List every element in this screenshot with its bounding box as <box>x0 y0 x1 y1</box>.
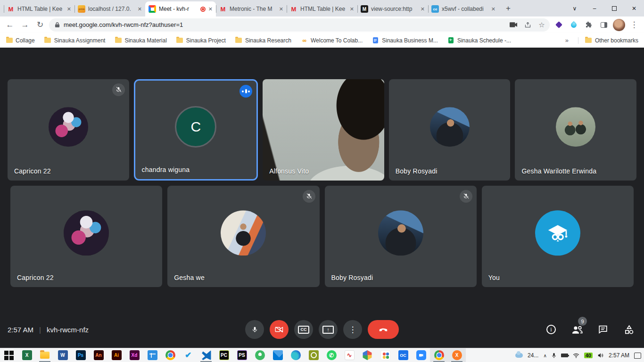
browser-tab[interactable]: Metronic - The M ✕ <box>216 1 287 16</box>
captions-button[interactable]: CC <box>294 320 313 339</box>
browser-menu-icon[interactable]: ⋮ <box>628 19 640 31</box>
taskbar-start[interactable] <box>0 348 18 362</box>
bookmark-item[interactable]: Sinauka Schedule -... <box>447 37 511 44</box>
reload-button[interactable]: ↻ <box>34 19 46 31</box>
taskbar-ocam[interactable]: OC <box>394 348 412 362</box>
taskbar-scribble[interactable] <box>340 348 358 362</box>
end-call-button[interactable] <box>368 320 399 339</box>
bookmark-star-icon[interactable]: ☆ <box>537 20 547 30</box>
bookmark-item[interactable]: Welcome To Colab... <box>301 37 363 44</box>
browser-tab[interactable]: HTML Table | Kee ✕ <box>4 1 74 16</box>
taskbar-xampp[interactable]: X <box>448 348 466 362</box>
mic-button[interactable] <box>245 320 264 339</box>
tray-expand-icon[interactable]: ∧ <box>543 353 546 358</box>
meeting-details[interactable]: 2:57 AM | kvh-rwcm-nfz <box>8 326 89 334</box>
bookmark-item[interactable]: Collage <box>6 37 35 44</box>
sheets-icon <box>447 37 454 43</box>
participant-tile[interactable]: Gesha Warilotte Erwinda <box>515 79 636 181</box>
action-center-icon[interactable] <box>634 353 641 359</box>
tray-clock[interactable]: 2:57 AM <box>609 352 629 359</box>
share-icon[interactable] <box>522 20 533 30</box>
bookmarks-overflow-icon[interactable]: » <box>565 37 569 44</box>
more-options-button[interactable]: ⋮ <box>343 320 362 339</box>
back-button[interactable]: ← <box>4 19 16 31</box>
taskbar-calendar[interactable] <box>143 348 161 362</box>
taskbar-word[interactable]: W <box>54 348 72 362</box>
taskbar-xd[interactable]: Xd <box>125 348 143 362</box>
activities-button[interactable] <box>622 323 636 336</box>
tab-close-icon[interactable]: ✕ <box>138 6 142 12</box>
taskbar-photoshop[interactable]: Ps <box>72 348 90 362</box>
phpmyadmin-favicon-icon <box>78 5 85 13</box>
tab-close-icon[interactable]: ✕ <box>208 6 213 12</box>
browser-tab[interactable]: localhost / 127.0. ✕ <box>74 1 145 16</box>
taskbar-phpstorm[interactable]: PS <box>233 348 251 362</box>
taskbar-zoom[interactable] <box>412 348 430 362</box>
bookmark-item[interactable]: Sinauka Business M... <box>372 37 438 44</box>
browser-tab[interactable]: HTML Table | Kee ✕ <box>287 1 357 16</box>
tray-mic-icon[interactable] <box>552 353 556 359</box>
participant-tile[interactable]: Gesha we <box>167 186 319 287</box>
participant-tile[interactable]: Boby Rosyadi <box>389 79 511 181</box>
tab-close-icon[interactable]: ✕ <box>491 6 495 12</box>
bookmark-item[interactable]: Sinauka Project <box>176 37 226 44</box>
tab-close-icon[interactable]: ✕ <box>67 6 71 12</box>
taskbar-flower[interactable] <box>376 348 394 362</box>
tab-search-icon[interactable]: ∨ <box>565 0 585 16</box>
taskbar-illustrator[interactable]: Ai <box>107 348 125 362</box>
tab-close-icon[interactable]: ✕ <box>421 6 425 12</box>
participant-tile[interactable]: Alfonsus Vito <box>263 79 384 181</box>
taskbar-file-explorer[interactable] <box>36 348 54 362</box>
taskbar-animate[interactable]: An <box>90 348 107 362</box>
other-bookmarks[interactable]: Other bookmarks <box>578 37 638 44</box>
bookmark-item[interactable]: Sinauka Material <box>115 37 166 44</box>
bookmark-item[interactable]: Sinauka Research <box>235 37 291 44</box>
taskbar-hexagon[interactable] <box>358 348 376 362</box>
wifi-icon[interactable] <box>573 353 579 358</box>
taskbar-recorder[interactable] <box>305 348 322 362</box>
taskbar-vscode[interactable] <box>197 348 215 362</box>
taskbar-pycharm[interactable]: PC <box>215 348 233 362</box>
minimize-button[interactable]: – <box>585 0 604 16</box>
new-tab-button[interactable]: + <box>502 2 515 15</box>
taskbar-mail[interactable] <box>269 348 287 362</box>
camera-off-button[interactable] <box>270 320 289 339</box>
chat-button[interactable] <box>596 323 610 336</box>
browser-tab[interactable]: view-source:http ✕ <box>357 1 428 16</box>
participant-tile[interactable]: Capricon 22 <box>10 186 162 287</box>
battery-percent-badge[interactable]: 40 <box>584 353 593 358</box>
battery-icon[interactable] <box>561 354 568 357</box>
weather-temp[interactable]: 24... <box>528 352 538 359</box>
extension-drop-icon[interactable] <box>568 19 580 31</box>
participants-button[interactable]: 9 <box>570 323 584 336</box>
weather-cloud-icon[interactable] <box>515 353 523 358</box>
bookmark-item[interactable]: Sinauka Assignment <box>44 37 106 44</box>
taskbar-whatsapp[interactable] <box>322 348 340 362</box>
forward-button[interactable]: → <box>19 19 31 31</box>
participant-tile[interactable]: C chandra wiguna <box>134 79 258 181</box>
taskbar-chrome[interactable] <box>430 348 448 362</box>
volume-icon[interactable] <box>597 353 604 358</box>
side-panel-icon[interactable] <box>598 19 610 31</box>
taskbar-edge[interactable] <box>287 348 305 362</box>
participant-tile[interactable]: Capricon 22 <box>8 79 129 181</box>
taskbar-chrome[interactable] <box>161 348 179 362</box>
extensions-puzzle-icon[interactable] <box>583 19 595 31</box>
restore-button[interactable] <box>604 0 624 16</box>
camera-in-use-icon[interactable] <box>508 20 519 30</box>
taskbar-check[interactable] <box>179 348 197 362</box>
browser-tab[interactable]: x5wvf - collabedi ✕ <box>428 1 499 16</box>
extension-diamond-icon[interactable] <box>553 19 565 31</box>
profile-avatar[interactable] <box>613 19 625 31</box>
participant-tile[interactable]: You <box>482 186 634 287</box>
meeting-info-button[interactable]: i <box>545 323 558 336</box>
tab-close-icon[interactable]: ✕ <box>279 6 283 12</box>
taskbar-excel[interactable]: X <box>18 348 36 362</box>
address-bar[interactable]: meet.google.com/kvh-rwcm-nfz?authuser=1 … <box>49 18 550 32</box>
close-button[interactable]: ✕ <box>624 0 644 16</box>
participant-tile[interactable]: Boby Rosyadi <box>325 186 477 287</box>
tab-close-icon[interactable]: ✕ <box>350 6 354 12</box>
present-button[interactable]: ↑ <box>319 320 338 339</box>
taskbar-green-app[interactable] <box>251 348 269 362</box>
browser-tab[interactable]: Meet - kvh-r ✕ <box>145 1 216 16</box>
